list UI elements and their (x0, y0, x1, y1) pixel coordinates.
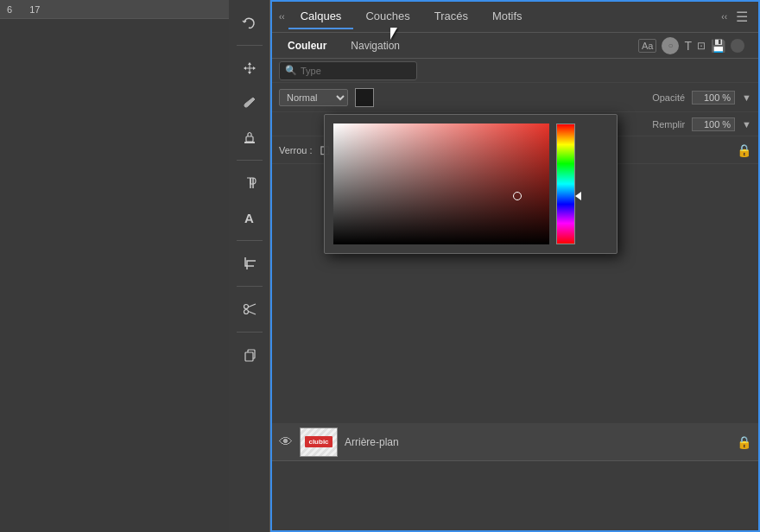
circle-icon (731, 39, 744, 53)
hue-strip[interactable] (556, 124, 575, 244)
tool-separator-1 (237, 45, 263, 46)
layer-visibility-icon[interactable]: 👁 (279, 434, 293, 450)
blend-mode-select[interactable]: Normal (279, 89, 348, 106)
ruler-number-2: 17 (29, 4, 40, 15)
text-T-icon: T (684, 39, 692, 53)
svg-point-3 (244, 305, 248, 309)
brush-tool[interactable] (234, 87, 265, 118)
tab-calques[interactable]: Calques (288, 4, 354, 29)
toolbar: A (229, 0, 270, 532)
fill-dropdown[interactable]: ▼ (742, 119, 751, 130)
lock-label: Verrou : (279, 145, 313, 155)
lock-right-icon[interactable]: 🔒 (737, 143, 751, 157)
fill-circle-icon: ○ (662, 37, 679, 54)
layer-thumb-text: clubic (305, 436, 332, 447)
subtab-couleur[interactable]: Couleur (279, 36, 335, 55)
svg-rect-0 (246, 136, 253, 142)
subtab-right-icons: Aa ○ T ⊡ 💾 (638, 37, 751, 54)
tool-separator-5 (237, 332, 263, 332)
type-icon: Aa (638, 39, 656, 53)
tool-separator-4 (237, 286, 263, 287)
left-area: 6 17 (0, 0, 229, 532)
layer-lock-icon[interactable]: 🔒 (737, 435, 751, 449)
fill-label: Remplir (652, 119, 685, 130)
history-brush-tool[interactable] (234, 7, 265, 38)
search-bar[interactable]: 🔍 (279, 61, 417, 80)
opacity-dropdown[interactable]: ▼ (742, 92, 751, 103)
svg-point-4 (244, 310, 248, 314)
ruler-bar: 6 17 (0, 0, 229, 19)
collapse-left[interactable]: ‹‹ (276, 10, 288, 23)
menu-icon[interactable]: ☰ (736, 9, 748, 25)
search-input[interactable] (301, 66, 411, 76)
color-swatch[interactable] (355, 88, 374, 107)
layer-controls-row: Normal Opacité ▼ (272, 83, 758, 112)
transform-icon: ⊡ (697, 40, 706, 52)
color-gradient-area[interactable] (333, 124, 549, 244)
svg-rect-1 (244, 142, 255, 143)
copy-tool[interactable] (234, 339, 265, 370)
subtabs-row: Couleur Navigation Aa ○ T ⊡ 💾 (272, 33, 758, 59)
paragraph-tool[interactable] (234, 168, 265, 199)
hue-arrow (575, 192, 581, 200)
subtab-navigation[interactable]: Navigation (342, 36, 408, 55)
svg-rect-5 (245, 352, 253, 361)
save-icon: 💾 (711, 39, 725, 53)
layer-thumbnail: clubic (300, 428, 338, 457)
layer-item[interactable]: 👁 clubic Arrière-plan 🔒 (272, 423, 758, 461)
opacity-input[interactable] (692, 91, 735, 104)
tabs-row: ‹‹ Calques Couches Tracés Motifs ‹‹ ☰ (272, 2, 758, 33)
tab-right-icons: ‹‹ ☰ (718, 9, 755, 25)
color-picker-popup (324, 114, 618, 254)
svg-text:A: A (244, 211, 254, 225)
scissors-tool[interactable] (234, 294, 265, 325)
crop-tool[interactable] (234, 248, 265, 279)
tool-separator-3 (237, 240, 263, 241)
stamp-tool[interactable] (234, 122, 265, 153)
move-tool[interactable] (234, 53, 265, 84)
layer-name: Arrière-plan (345, 436, 730, 448)
tab-couches[interactable]: Couches (353, 4, 421, 29)
main-panel: ‹‹ Calques Couches Tracés Motifs ‹‹ ☰ Co… (270, 0, 760, 532)
search-icon: 🔍 (285, 65, 297, 76)
tab-motifs[interactable]: Motifs (480, 4, 535, 29)
fill-input[interactable] (692, 117, 735, 131)
opacity-label: Opacité (652, 92, 685, 103)
collapse-right[interactable]: ‹‹ (718, 10, 731, 23)
tool-separator-2 (237, 160, 263, 161)
text-tool[interactable]: A (234, 202, 265, 233)
ruler-number-1: 6 (7, 4, 12, 15)
tab-traces[interactable]: Tracés (422, 4, 480, 29)
